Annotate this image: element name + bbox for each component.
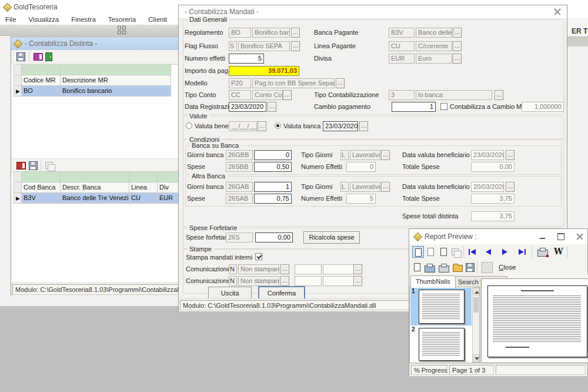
tipo-conto-lookup-button[interactable]: … xyxy=(283,90,292,100)
table2-header-cod-banca[interactable]: Cod Banca xyxy=(22,182,61,193)
flag-flusso-code[interactable]: S xyxy=(229,41,237,51)
close-preview-button[interactable]: Close xyxy=(499,264,516,271)
menu-file[interactable]: File xyxy=(0,14,22,25)
comunicazione-fornitore-lookup-button[interactable]: … xyxy=(280,264,289,274)
preview-close-icon[interactable] xyxy=(576,233,584,241)
bsb-giorni-banca-value[interactable]: 0 xyxy=(254,150,292,160)
ab-spese-code[interactable]: 26SAB xyxy=(226,194,253,204)
ab-tipo-giorni-lookup-button[interactable]: … xyxy=(381,182,390,192)
ab-data-valuta-lookup-button[interactable]: … xyxy=(506,182,514,192)
bsb-giorni-banca-code[interactable]: 26GBB xyxy=(226,150,253,160)
uscita-button[interactable]: Uscita xyxy=(208,287,252,300)
valuta-banca-radio[interactable] xyxy=(275,122,281,129)
spese-totali-distinta-value[interactable]: 3,75 xyxy=(471,211,514,221)
numero-effetti-value[interactable]: 5 xyxy=(229,54,264,64)
bsb-totale-spese-value[interactable]: 0,00 xyxy=(471,162,514,172)
ab-giorni-banca-code[interactable]: 26GAB xyxy=(226,182,253,192)
bsb-spese-code[interactable]: 26SBB xyxy=(226,162,253,172)
exit-door-icon[interactable] xyxy=(45,52,52,61)
comunicazione-banca-desc[interactable]: Non stampare xyxy=(238,276,279,286)
open-folder-icon[interactable] xyxy=(453,265,463,272)
comunicazione-fornitore-extra1[interactable] xyxy=(295,264,322,274)
conferma-button[interactable]: Conferma xyxy=(259,287,305,300)
valuta-beneficiario-radio[interactable] xyxy=(186,122,192,129)
bsb-numero-effetti-value[interactable]: 0 xyxy=(346,162,376,172)
maximize-icon[interactable] xyxy=(557,233,564,240)
tipo-contabilizzazione-code[interactable]: 3 xyxy=(389,90,415,100)
full-page-icon[interactable] xyxy=(438,246,450,258)
banca-pagante-code[interactable]: B3V xyxy=(389,28,415,38)
save-report-icon[interactable] xyxy=(466,263,475,272)
cambio-medio-checkbox[interactable] xyxy=(440,103,447,110)
bsb-tipo-giorni-code[interactable]: L xyxy=(340,150,349,160)
comunicazione-fornitore-lookup-button-2[interactable]: … xyxy=(353,264,362,274)
comunicazione-banca-lookup-button[interactable]: … xyxy=(280,276,289,286)
table1-cell-descrizione[interactable]: Bonifico bancario xyxy=(61,86,171,97)
cambio-medio-value[interactable]: 1,000000 xyxy=(522,102,564,112)
save-icon[interactable] xyxy=(16,52,25,61)
page-view-icon[interactable] xyxy=(412,246,424,258)
next-page-icon[interactable] xyxy=(502,249,507,255)
ricalcola-spese-button[interactable]: Ricalcola spese xyxy=(303,231,360,244)
valuta-beneficiario-lookup-button[interactable]: … xyxy=(258,121,266,131)
comunicazione-banca-lookup-button-2[interactable]: … xyxy=(353,276,362,286)
menu-tesoreria[interactable]: Tesoreria xyxy=(103,14,141,25)
ab-data-valuta-value[interactable]: 20/03/2020 xyxy=(471,182,504,192)
tile-windows-icon[interactable] xyxy=(118,26,126,34)
modello-code[interactable]: P20 xyxy=(229,78,251,88)
valuta-banca-value[interactable]: 23/03/2020 xyxy=(323,121,358,131)
previous-page-icon[interactable] xyxy=(486,249,491,255)
bsb-tipo-giorni-lookup-button[interactable]: … xyxy=(381,150,390,160)
minimize-icon[interactable] xyxy=(540,233,546,240)
ab-spese-value[interactable]: 0,75 xyxy=(254,194,292,204)
ab-totale-spese-value[interactable]: 3,75 xyxy=(471,194,514,204)
divisa-lookup-button[interactable]: … xyxy=(453,54,462,64)
spese-forfetarie-code[interactable]: 26S xyxy=(226,232,253,242)
thumbnail-1-page[interactable] xyxy=(419,290,465,324)
regolamento-code[interactable]: BO xyxy=(229,28,251,38)
cambio-pagamento-value[interactable]: 1 xyxy=(392,102,436,112)
table2-cell-linea[interactable]: CU xyxy=(129,193,158,204)
page-width-icon[interactable] xyxy=(425,246,437,258)
regolamento-desc[interactable]: Bonifico bancario xyxy=(252,28,290,38)
modello-lookup-button[interactable]: … xyxy=(336,78,345,88)
printer-color-icon[interactable] xyxy=(425,265,435,273)
table2-header-linea[interactable]: Linea xyxy=(129,182,158,193)
bsb-data-valuta-lookup-button[interactable]: … xyxy=(506,150,514,160)
close-icon[interactable] xyxy=(554,8,562,16)
table2-cell-descr[interactable]: Banco delle Tre Venezie xyxy=(61,193,129,204)
last-page-bar-icon[interactable] xyxy=(524,249,526,255)
linea-pagante-lookup-button[interactable]: … xyxy=(453,41,462,51)
scroll-thumb[interactable] xyxy=(473,297,479,313)
banca-pagante-lookup-button[interactable]: … xyxy=(453,28,462,38)
menu-clienti[interactable]: Clienti xyxy=(143,14,172,25)
ab-tipo-giorni-code[interactable]: L xyxy=(340,182,349,192)
comunicazione-banca-code[interactable]: N xyxy=(229,276,237,286)
menu-visualizza[interactable]: Visualizza xyxy=(24,14,65,25)
save-icon-2[interactable] xyxy=(29,161,38,170)
tipo-contabilizzazione-lookup-button[interactable]: … xyxy=(495,90,503,100)
table1-cell-codice[interactable]: BO xyxy=(22,86,61,97)
printer-icon[interactable] xyxy=(439,265,449,273)
multi-page-icon[interactable] xyxy=(450,246,462,258)
thumbnail-2-page[interactable] xyxy=(419,328,465,361)
ab-tipo-giorni-desc[interactable]: Lavorativo xyxy=(350,182,380,192)
comunicazione-fornitore-desc[interactable]: Non stampare xyxy=(238,264,279,274)
new-page-icon[interactable] xyxy=(414,263,420,271)
bsb-tipo-giorni-desc[interactable]: Lavorativo xyxy=(350,150,380,160)
ab-numero-effetti-value[interactable]: 5 xyxy=(346,194,376,204)
linea-pagante-code[interactable]: CU xyxy=(389,41,415,51)
last-page-icon[interactable] xyxy=(519,249,524,255)
book-icon[interactable] xyxy=(34,53,43,61)
thumbnails-scrollbar[interactable] xyxy=(472,287,480,363)
valuta-banca-lookup-button[interactable]: … xyxy=(359,121,368,131)
valuta-beneficiario-value[interactable]: __/__/____ xyxy=(229,121,257,131)
linea-pagante-desc[interactable]: C/corrente xyxy=(416,41,452,51)
tipo-conto-code[interactable]: CC xyxy=(229,90,251,100)
word-export-icon[interactable]: W xyxy=(554,247,563,256)
distinta-titlebar[interactable]: - Contabilizza Distinta - xyxy=(11,37,198,51)
spese-forfetarie-value[interactable]: 0,00 xyxy=(255,232,293,242)
scroll-down-button[interactable] xyxy=(473,354,479,362)
data-registrazione-lookup-button[interactable]: … xyxy=(268,102,276,112)
modello-desc[interactable]: Pag.to con BB Spese Separate xyxy=(252,78,335,88)
